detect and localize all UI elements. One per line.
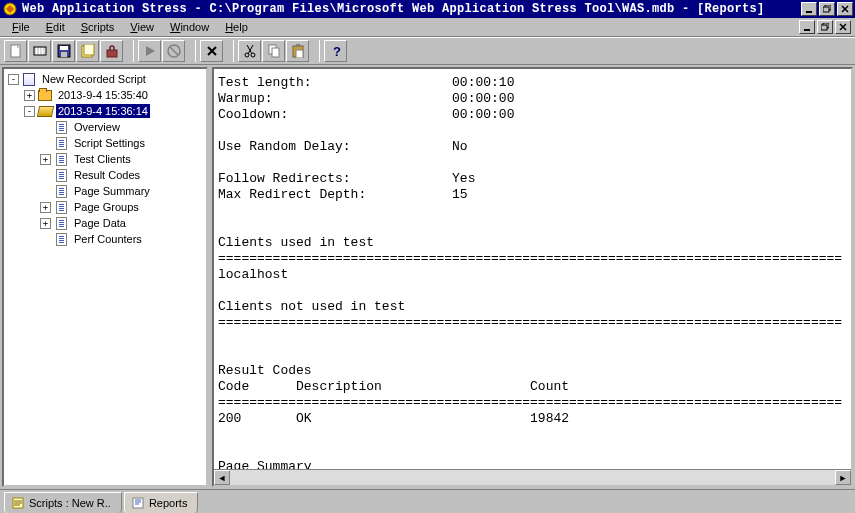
cut-icon[interactable] [238,40,261,62]
tree-perf-counters[interactable]: Perf Counters [4,231,206,247]
svg-rect-20 [272,48,279,57]
tab-scripts-label: Scripts : New R.. [29,497,111,509]
menu-help[interactable]: Help [217,19,256,35]
paste-icon[interactable] [286,40,309,62]
scroll-track[interactable] [230,470,835,485]
svg-point-17 [245,53,249,57]
app-icon [2,1,18,17]
delete-icon[interactable] [200,40,223,62]
tree-overview[interactable]: Overview [4,119,206,135]
svg-rect-1 [806,11,812,13]
scripts-icon[interactable] [76,40,99,62]
menu-view[interactable]: View [122,19,162,35]
script-icon [21,72,37,86]
page-icon [53,120,69,134]
page-icon [53,200,69,214]
window-title: Web Application Stress - C:\Program File… [22,2,801,16]
tree-page-groups[interactable]: + Page Groups [4,199,206,215]
svg-rect-23 [296,50,303,58]
help-icon[interactable]: ? [324,40,347,62]
svg-rect-6 [821,25,827,30]
tree-test-clients[interactable]: + Test Clients [4,151,206,167]
tree-run-label: 2013-9-4 15:36:14 [56,104,150,118]
tab-reports-label: Reports [149,497,188,509]
tree-root[interactable]: - New Recorded Script [4,71,206,87]
new-script-icon[interactable] [4,40,27,62]
tree-pane[interactable]: - New Recorded Script + 2013-9-4 15:35:4… [2,67,208,487]
settings-icon[interactable] [100,40,123,62]
svg-rect-3 [823,7,829,12]
scroll-right-icon[interactable]: ► [835,470,851,485]
tree-run-1[interactable]: - 2013-9-4 15:36:14 [4,103,206,119]
horizontal-scrollbar[interactable]: ◄ ► [214,469,851,485]
page-icon [53,184,69,198]
folder-icon [37,88,53,102]
title-bar: Web Application Stress - C:\Program File… [0,0,855,18]
menu-edit[interactable]: Edit [38,19,73,35]
svg-point-18 [251,53,255,57]
menu-window[interactable]: Window [162,19,217,35]
close-button[interactable] [837,2,853,16]
report-text: Test length: 00:00:10 Warmup: 00:00:00 C… [214,69,851,469]
bottom-tab-bar: Scripts : New R.. Reports [0,489,855,513]
workspace: - New Recorded Script + 2013-9-4 15:35:4… [0,65,855,489]
page-icon [53,152,69,166]
menu-scripts[interactable]: Scripts [73,19,123,35]
tree-page-summary[interactable]: Page Summary [4,183,206,199]
page-icon [53,168,69,182]
svg-rect-14 [84,44,94,55]
reports-tab-icon [131,496,145,510]
menu-bar: File Edit Scripts View Window Help [0,18,855,37]
svg-rect-15 [107,50,117,57]
play-icon[interactable] [138,40,161,62]
svg-rect-12 [61,52,67,57]
stop-icon[interactable] [162,40,185,62]
folder-open-icon [37,104,53,118]
svg-rect-11 [60,46,68,50]
mdi-restore-button[interactable] [817,20,833,34]
report-pane: Test length: 00:00:10 Warmup: 00:00:00 C… [212,67,853,487]
page-icon [53,232,69,246]
mdi-minimize-button[interactable] [799,20,815,34]
tab-scripts[interactable]: Scripts : New R.. [4,492,122,513]
record-icon[interactable] [28,40,51,62]
tree-run-label: 2013-9-4 15:35:40 [56,88,150,102]
svg-rect-4 [804,29,810,31]
mdi-close-button[interactable] [835,20,851,34]
toolbar: ? [0,37,855,65]
tree-script-settings[interactable]: Script Settings [4,135,206,151]
svg-text:?: ? [333,44,341,58]
svg-rect-22 [296,44,300,47]
minimize-button[interactable] [801,2,817,16]
tree-page-data[interactable]: + Page Data [4,215,206,231]
scroll-left-icon[interactable]: ◄ [214,470,230,485]
tree-root-label: New Recorded Script [40,72,148,86]
tree-result-codes[interactable]: Result Codes [4,167,206,183]
save-icon[interactable] [52,40,75,62]
restore-button[interactable] [819,2,835,16]
tab-reports[interactable]: Reports [124,492,199,513]
copy-icon[interactable] [262,40,285,62]
page-icon [53,216,69,230]
scripts-tab-icon [11,496,25,510]
menu-file[interactable]: File [4,19,38,35]
tree-run-0[interactable]: + 2013-9-4 15:35:40 [4,87,206,103]
page-icon [53,136,69,150]
